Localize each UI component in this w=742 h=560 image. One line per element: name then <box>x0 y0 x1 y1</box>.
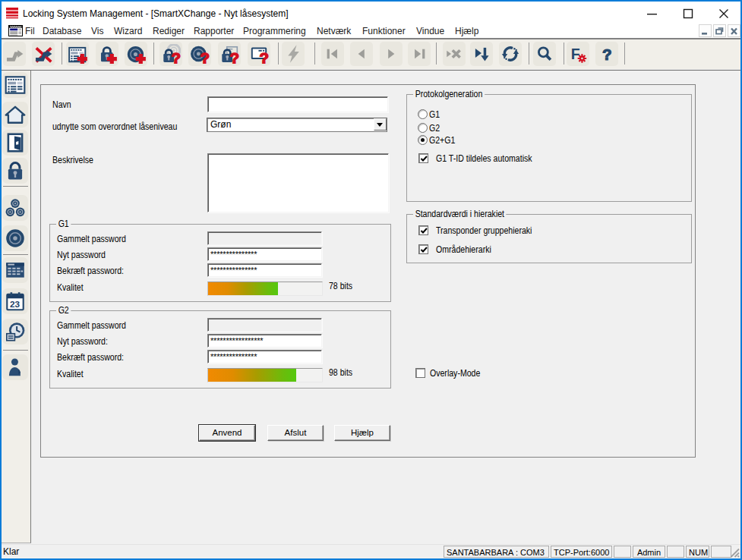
svg-text:?: ? <box>602 46 612 63</box>
svg-text:?: ? <box>172 49 181 64</box>
svg-text:F: F <box>571 46 580 62</box>
svg-text:?: ? <box>230 49 239 64</box>
svg-text:23: 23 <box>10 299 21 309</box>
svg-text:?: ? <box>260 49 269 64</box>
svg-text:?: ? <box>200 49 210 64</box>
